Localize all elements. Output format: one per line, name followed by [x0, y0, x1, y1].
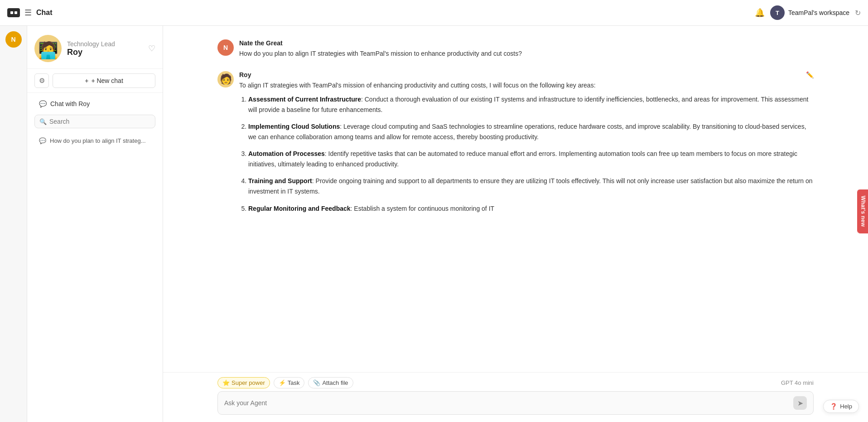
list-item-text: : Provide ongoing training and support t… [248, 177, 813, 195]
attach-icon: 📎 [313, 379, 320, 386]
list-item: Automation of Processes: Identify repeti… [248, 149, 814, 170]
profile-avatar-emoji: 🧑‍💻 [38, 42, 58, 58]
user-sender-name: Nate the Great [239, 39, 814, 47]
workspace-switcher[interactable]: T TeamPal's workspace [770, 5, 849, 20]
user-message-content: Nate the Great How do you plan to align … [239, 39, 814, 58]
superpower-label: Super power [231, 379, 265, 386]
list-item: Training and Support: Provide ongoing tr… [248, 176, 814, 197]
chat-area: N Nate the Great How do you plan to alig… [163, 26, 868, 422]
sidebar-toolbar: ⚙ + + New chat [27, 69, 163, 93]
profile-avatar-wrapper: 🧑‍💻 [34, 35, 62, 62]
refresh-icon[interactable]: ↻ [855, 9, 861, 17]
profile-role: Technology Lead [67, 40, 143, 48]
input-box-wrapper: ➤ [217, 391, 814, 415]
gear-icon: ⚙ [39, 77, 45, 85]
list-item-text: : Establish a system for continuous moni… [351, 205, 494, 212]
topbar-right: 🔔 T TeamPal's workspace ↻ [755, 5, 861, 20]
message-row-user: N Nate the Great How do you plan to alig… [217, 39, 814, 58]
message-input[interactable] [224, 399, 789, 407]
app-title: Chat [36, 9, 53, 17]
topbar: ☰ Chat 🔔 T TeamPal's workspace ↻ [0, 0, 868, 26]
new-chat-label: + New chat [91, 77, 123, 84]
user-message-text: How do you plan to align IT strategies w… [239, 49, 814, 58]
list-item: Regular Monitoring and Feedback: Establi… [248, 204, 814, 214]
messages-container: N Nate the Great How do you plan to alig… [163, 26, 868, 372]
sidebar-item-chat-with-roy[interactable]: 💬 Chat with Roy [34, 97, 155, 111]
app-logo [7, 8, 20, 17]
new-chat-button[interactable]: + + New chat [53, 73, 155, 88]
sidebar-item-label: Chat with Roy [50, 100, 90, 107]
sidebar-narrow: N [0, 26, 27, 422]
workspace-name: TeamPal's workspace [788, 9, 849, 16]
agent-sender-name: Roy [239, 71, 814, 78]
task-label: Task [288, 379, 300, 386]
sidebar-main: 🧑‍💻 Technology Lead Roy ♡ ⚙ + + New chat… [27, 26, 163, 422]
help-circle-icon: ❓ [830, 403, 837, 410]
sidebar-nav: 💬 Chat with Roy [27, 93, 163, 113]
user-message-avatar: N [217, 39, 234, 56]
search-input-wrapper: 🔍 [34, 115, 155, 128]
star-icon: ⭐ [222, 379, 230, 386]
input-toolbar: ⭐ Super power ⚡ Task 📎 Attach file GPT 4… [217, 377, 814, 388]
send-button[interactable]: ➤ [793, 396, 807, 410]
search-input[interactable] [49, 118, 150, 125]
profile-info: Technology Lead Roy [67, 40, 143, 57]
menu-icon[interactable]: ☰ [24, 8, 32, 18]
list-item-bold: Assessment of Current Infrastructure [248, 96, 361, 103]
chat-history: 💬 How do you plan to align IT strateg... [27, 132, 163, 422]
message-row-agent: 🧑 Roy To align IT strategies with TeamPa… [217, 71, 814, 220]
list-item-text: : Identify repetitive tasks that can be … [248, 150, 797, 168]
settings-button[interactable]: ⚙ [34, 73, 49, 88]
search-icon: 🔍 [39, 118, 47, 125]
help-button[interactable]: ❓ Help [823, 400, 859, 413]
list-item-bold: Automation of Processes [248, 150, 325, 157]
list-item: Assessment of Current Infrastructure: Co… [248, 94, 814, 115]
favorite-icon[interactable]: ♡ [148, 44, 155, 53]
whats-new-tab[interactable]: What's new [858, 189, 868, 233]
list-item-bold: Training and Support [248, 177, 312, 184]
profile-name: Roy [67, 48, 143, 57]
help-label: Help [840, 403, 852, 410]
chat-history-label: How do you plan to align IT strateg... [50, 137, 146, 144]
user-avatar-small[interactable]: N [5, 31, 22, 48]
list-item-bold: Implementing Cloud Solutions [248, 123, 340, 130]
task-button[interactable]: ⚡ Task [274, 377, 305, 388]
main-layout: N 🧑‍💻 Technology Lead Roy ♡ ⚙ + + New [0, 26, 868, 422]
agent-message-content: Roy To align IT strategies with TeamPal'… [239, 71, 814, 220]
search-container: 🔍 [27, 113, 163, 132]
plus-icon: + [85, 77, 88, 84]
agent-intro-text: To align IT strategies with TeamPal's mi… [239, 80, 814, 90]
chat-history-icon: 💬 [39, 137, 46, 144]
response-list: Assessment of Current Infrastructure: Co… [248, 94, 814, 214]
superpower-button[interactable]: ⭐ Super power [217, 377, 270, 388]
edit-icon[interactable]: ✏️ [806, 71, 814, 78]
list-item: Implementing Cloud Solutions: Leverage c… [248, 121, 814, 142]
list-item-bold: Regular Monitoring and Feedback [248, 205, 351, 212]
send-icon: ➤ [797, 399, 803, 407]
profile-section: 🧑‍💻 Technology Lead Roy ♡ [27, 26, 163, 69]
task-icon: ⚡ [279, 379, 286, 386]
chat-icon: 💬 [39, 100, 47, 107]
attach-button[interactable]: 📎 Attach file [308, 377, 353, 388]
workspace-avatar: T [770, 5, 785, 20]
agent-message-avatar: 🧑 [217, 71, 234, 87]
input-area: ⭐ Super power ⚡ Task 📎 Attach file GPT 4… [163, 372, 868, 422]
bell-icon[interactable]: 🔔 [755, 8, 765, 18]
gpt-model-label: GPT 4o mini [781, 379, 814, 386]
attach-label: Attach file [322, 379, 348, 386]
chat-history-item[interactable]: 💬 How do you plan to align IT strateg... [34, 134, 155, 148]
profile-avatar: 🧑‍💻 [34, 35, 62, 62]
